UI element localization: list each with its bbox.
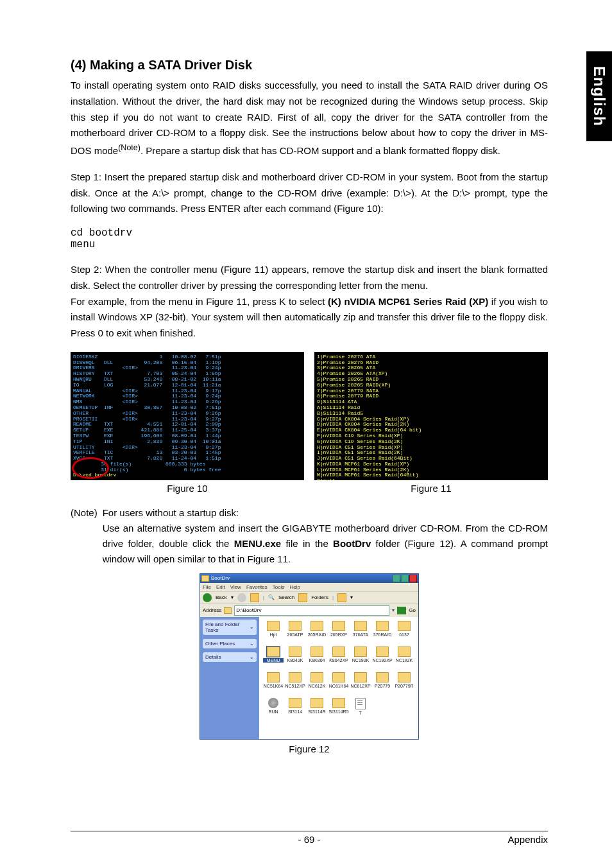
- folder-icon: [376, 621, 389, 631]
- file-item[interactable]: 265RXP: [328, 621, 349, 645]
- file-label: Hpt: [263, 632, 284, 637]
- file-item[interactable]: P20779: [372, 672, 393, 697]
- folder-icon: [398, 672, 411, 682]
- figure-11-caption: Figure 11: [314, 483, 548, 494]
- file-label: T: [350, 711, 371, 715]
- file-item[interactable]: 376ATA: [350, 621, 371, 645]
- go-button[interactable]: [397, 607, 406, 614]
- gear-icon: [268, 698, 278, 708]
- ini-file-icon: [355, 698, 366, 709]
- folders-button[interactable]: [298, 593, 307, 602]
- menu-tools[interactable]: Tools: [273, 584, 285, 590]
- maximize-button[interactable]: [401, 575, 409, 582]
- step2a-paragraph: Step 2: When the controller menu (Figure…: [71, 262, 548, 294]
- folder-icon: [398, 647, 411, 657]
- folder-icon: [354, 647, 367, 657]
- forward-button[interactable]: [237, 593, 246, 602]
- menu-file[interactable]: File: [203, 584, 211, 590]
- file-item[interactable]: K8042K: [285, 647, 305, 671]
- note-mid: file in the: [281, 538, 333, 549]
- file-label: NC51K64: [263, 684, 284, 688]
- folder-icon: [376, 647, 389, 657]
- xp-body: File and Folder Tasks⌄ Other Places⌄ Det…: [200, 617, 418, 739]
- command-block: cd bootdrv menu: [71, 227, 548, 250]
- up-button[interactable]: [250, 593, 259, 602]
- folder-icon: [354, 672, 367, 682]
- folder-icon: [289, 672, 302, 682]
- file-item[interactable]: NC61K64: [328, 672, 349, 697]
- chevron-icon: ⌄: [250, 624, 254, 630]
- menu-help[interactable]: Help: [289, 584, 300, 590]
- menu-favorites[interactable]: Favorites: [246, 584, 268, 590]
- back-chevron-icon[interactable]: ▾: [231, 595, 234, 600]
- figure-12: BootDrv File Edit View Favorites Tools H…: [71, 573, 548, 754]
- figure-10: DIODESKZ 1 10-08-02 7:51p DISWHQL DLL 94…: [71, 352, 304, 494]
- file-item[interactable]: SI3114R5: [328, 698, 349, 722]
- address-chevron-icon[interactable]: ▾: [392, 607, 395, 613]
- file-pane[interactable]: Hpt265ATP265RAID265RXP376ATA376RAID6137M…: [259, 617, 418, 739]
- file-item[interactable]: NC512XP: [285, 672, 305, 697]
- views-button[interactable]: [337, 593, 346, 602]
- dos-screenshot-10: DIODESKZ 1 10-08-02 7:51p DISWHQL DLL 94…: [71, 352, 304, 480]
- xp-sidebar: File and Folder Tasks⌄ Other Places⌄ Det…: [200, 617, 259, 739]
- file-item[interactable]: Hpt: [263, 621, 284, 645]
- back-button[interactable]: [203, 593, 212, 602]
- search-icon[interactable]: 🔍: [268, 595, 275, 600]
- file-item[interactable]: NC192K: [394, 647, 414, 671]
- file-item[interactable]: 265ATP: [285, 621, 305, 645]
- file-item[interactable]: RUN: [263, 698, 284, 722]
- figure-row-1: DIODESKZ 1 10-08-02 7:51p DISWHQL DLL 94…: [71, 352, 548, 494]
- address-input[interactable]: [234, 605, 389, 616]
- file-label: NC612XP: [350, 684, 371, 688]
- file-item[interactable]: NC612XP: [350, 672, 371, 697]
- file-item[interactable]: NC192K: [350, 647, 371, 671]
- folder-icon: [332, 621, 345, 631]
- minimize-button[interactable]: [393, 575, 400, 582]
- file-label: 265RXP: [328, 632, 349, 637]
- note-block: (Note) For users without a startup disk:…: [71, 505, 548, 567]
- file-item[interactable]: P20779R: [394, 672, 414, 697]
- file-label: SI3114R5: [328, 709, 349, 714]
- file-label: K8042K: [285, 658, 305, 663]
- file-item[interactable]: NC612K: [307, 672, 327, 697]
- menu-view[interactable]: View: [230, 584, 241, 590]
- file-item[interactable]: SI3114: [285, 698, 305, 722]
- note-line1: For users without a startup disk:: [103, 507, 239, 518]
- folder-icon: [310, 672, 323, 682]
- file-item[interactable]: T: [350, 698, 371, 722]
- file-item[interactable]: K8042XP: [328, 647, 349, 671]
- folder-icon: [201, 575, 209, 582]
- file-item-selected[interactable]: MENU: [263, 647, 284, 671]
- file-item[interactable]: NC192XP: [372, 647, 393, 671]
- note-body: For users without a startup disk: Use an…: [103, 505, 548, 567]
- close-button[interactable]: [409, 575, 417, 582]
- file-label: 376ATA: [350, 632, 371, 637]
- file-label: 265RAID: [307, 632, 327, 637]
- file-item[interactable]: K8K804: [307, 647, 327, 671]
- menu-edit[interactable]: Edit: [216, 584, 225, 590]
- panel-details[interactable]: Details⌄: [203, 652, 257, 662]
- folders-label: Folders: [311, 595, 328, 600]
- folder-icon: [354, 621, 367, 631]
- folder-icon: [310, 647, 323, 657]
- section-heading: (4) Making a SATA Driver Disk: [71, 58, 548, 73]
- xp-explorer-window: BootDrv File Edit View Favorites Tools H…: [200, 573, 419, 740]
- views-chevron-icon[interactable]: ▾: [350, 595, 353, 600]
- file-label: MENU: [263, 658, 284, 663]
- xp-titlebar: BootDrv: [200, 574, 418, 583]
- xp-addressbar: Address ▾ Go: [200, 604, 418, 617]
- file-item[interactable]: 265RAID: [307, 621, 327, 645]
- panel-file-tasks[interactable]: File and Folder Tasks⌄: [203, 620, 257, 635]
- address-label: Address: [203, 607, 221, 613]
- chevron-icon: ⌄: [250, 641, 254, 647]
- side-tab: English: [586, 51, 612, 141]
- page: English (4) Making a SATA Driver Disk To…: [0, 0, 612, 868]
- file-item[interactable]: 376RAID: [372, 621, 393, 645]
- file-item[interactable]: NC51K64: [263, 672, 284, 697]
- panel-other-places[interactable]: Other Places⌄: [203, 639, 257, 648]
- file-item[interactable]: 6137: [394, 621, 414, 645]
- file-label: 265ATP: [285, 632, 305, 637]
- file-label: NC612K: [307, 684, 327, 688]
- folder-icon: [376, 672, 389, 682]
- file-item[interactable]: SI3114R: [307, 698, 327, 722]
